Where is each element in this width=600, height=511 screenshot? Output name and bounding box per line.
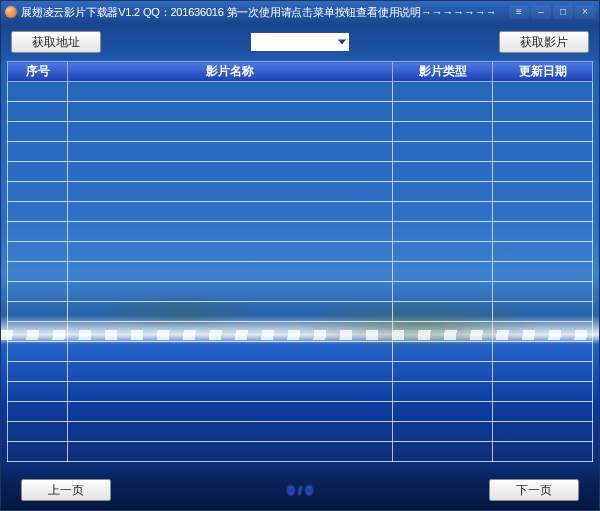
window-controls: ≡ – □ ×: [509, 5, 595, 19]
table-row[interactable]: [8, 262, 593, 282]
table-row[interactable]: [8, 122, 593, 142]
table-cell: [493, 202, 593, 222]
table-cell: [493, 102, 593, 122]
table-cell: [68, 82, 393, 102]
table-row[interactable]: [8, 402, 593, 422]
content-area: 获取地址 获取影片 序号 影片名称 影片类型 更新日期: [1, 23, 599, 510]
table-cell: [8, 242, 68, 262]
maximize-button[interactable]: □: [553, 5, 573, 19]
table-row[interactable]: [8, 102, 593, 122]
table-row[interactable]: [8, 202, 593, 222]
table-cell: [8, 102, 68, 122]
col-header-date[interactable]: 更新日期: [493, 62, 593, 82]
table-cell: [493, 302, 593, 322]
table-cell: [493, 222, 593, 242]
page-indicator: 0 / 0: [287, 483, 312, 498]
table-row[interactable]: [8, 162, 593, 182]
table-cell: [493, 382, 593, 402]
table-cell: [8, 342, 68, 362]
table-cell: [68, 322, 393, 342]
title-text: 展翅凌云影片下载器V1.2 QQ：201636016 第一次使用请点击菜单按钮查…: [21, 5, 505, 20]
table-cell: [493, 242, 593, 262]
table-cell: [393, 162, 493, 182]
next-page-button[interactable]: 下一页: [489, 479, 579, 501]
table-row[interactable]: [8, 362, 593, 382]
table-cell: [493, 422, 593, 442]
table-cell: [68, 162, 393, 182]
table-row[interactable]: [8, 82, 593, 102]
table-cell: [393, 182, 493, 202]
table-row[interactable]: [8, 182, 593, 202]
table-row[interactable]: [8, 382, 593, 402]
app-window: 展翅凌云影片下载器V1.2 QQ：201636016 第一次使用请点击菜单按钮查…: [0, 0, 600, 511]
table-cell: [493, 82, 593, 102]
table-cell: [393, 342, 493, 362]
table-cell: [8, 222, 68, 242]
table-cell: [493, 362, 593, 382]
table-cell: [8, 402, 68, 422]
toolbar: 获取地址 获取影片: [1, 23, 599, 61]
menu-button[interactable]: ≡: [509, 5, 529, 19]
table-cell: [68, 242, 393, 262]
table-cell: [8, 322, 68, 342]
table-cell: [493, 442, 593, 462]
table-row[interactable]: [8, 422, 593, 442]
minimize-button[interactable]: –: [531, 5, 551, 19]
table-cell: [68, 402, 393, 422]
table-row[interactable]: [8, 242, 593, 262]
table-cell: [493, 262, 593, 282]
table-cell: [393, 282, 493, 302]
table-cell: [8, 282, 68, 302]
movie-table: 序号 影片名称 影片类型 更新日期: [7, 61, 593, 462]
table-row[interactable]: [8, 342, 593, 362]
table-cell: [393, 322, 493, 342]
table-cell: [393, 102, 493, 122]
app-icon: [5, 6, 17, 18]
table-cell: [8, 122, 68, 142]
table-cell: [393, 362, 493, 382]
table-cell: [68, 182, 393, 202]
table-cell: [493, 322, 593, 342]
table-cell: [393, 302, 493, 322]
col-header-index[interactable]: 序号: [8, 62, 68, 82]
table-cell: [493, 142, 593, 162]
titlebar[interactable]: 展翅凌云影片下载器V1.2 QQ：201636016 第一次使用请点击菜单按钮查…: [1, 1, 599, 23]
table-cell: [393, 242, 493, 262]
table-cell: [68, 342, 393, 362]
table-cell: [393, 222, 493, 242]
table-cell: [8, 442, 68, 462]
table-cell: [493, 182, 593, 202]
close-button[interactable]: ×: [575, 5, 595, 19]
col-header-type[interactable]: 影片类型: [393, 62, 493, 82]
table-cell: [8, 202, 68, 222]
table-row[interactable]: [8, 142, 593, 162]
table-cell: [8, 422, 68, 442]
table-cell: [393, 442, 493, 462]
table-cell: [493, 402, 593, 422]
table-header-row: 序号 影片名称 影片类型 更新日期: [8, 62, 593, 82]
table-cell: [68, 282, 393, 302]
table-cell: [8, 182, 68, 202]
category-combobox[interactable]: [250, 32, 350, 52]
table-row[interactable]: [8, 302, 593, 322]
table-cell: [493, 162, 593, 182]
table-cell: [68, 262, 393, 282]
table-cell: [68, 362, 393, 382]
table-cell: [393, 202, 493, 222]
table-cell: [393, 382, 493, 402]
get-address-button[interactable]: 获取地址: [11, 31, 101, 53]
table-row[interactable]: [8, 442, 593, 462]
col-header-name[interactable]: 影片名称: [68, 62, 393, 82]
table-row[interactable]: [8, 282, 593, 302]
table-row[interactable]: [8, 322, 593, 342]
table-cell: [8, 142, 68, 162]
get-movie-button[interactable]: 获取影片: [499, 31, 589, 53]
table-cell: [393, 402, 493, 422]
table-cell: [393, 142, 493, 162]
footer: 上一页 0 / 0 下一页: [1, 470, 599, 510]
table-cell: [8, 262, 68, 282]
prev-page-button[interactable]: 上一页: [21, 479, 111, 501]
table-container: 序号 影片名称 影片类型 更新日期: [7, 61, 593, 470]
table-cell: [68, 202, 393, 222]
table-row[interactable]: [8, 222, 593, 242]
